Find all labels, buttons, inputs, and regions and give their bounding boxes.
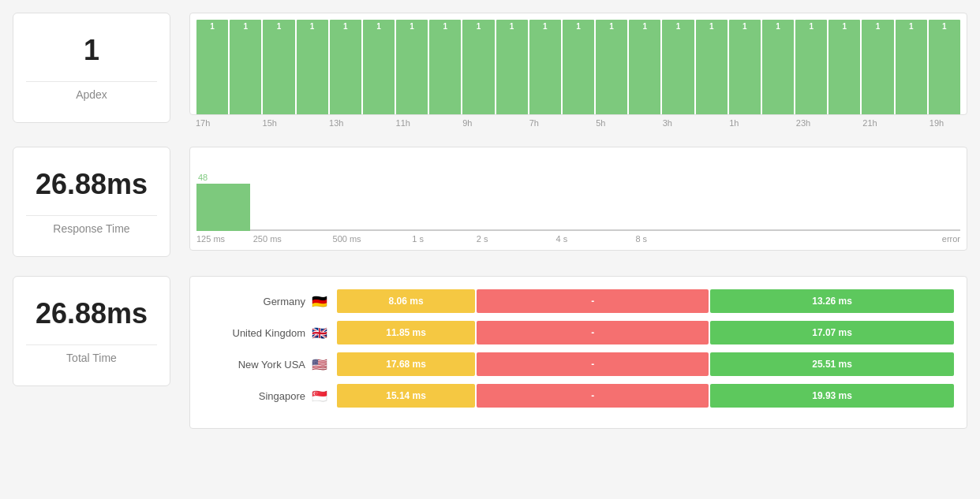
total-time-label: Total Time (66, 352, 117, 364)
region-chart-area: Germany🇩🇪8.06 ms-13.26 msUnited Kingdom🇬… (189, 276, 967, 429)
histogram-x-label: 500 ms (333, 234, 410, 244)
region-name: New York USA (203, 359, 305, 371)
apdex-bar-segment: 1 (662, 20, 694, 114)
region-yellow-bar: 17.68 ms (337, 352, 475, 376)
apdex-bar-col: 1 (297, 20, 328, 114)
apdex-x-tick (696, 118, 728, 128)
apdex-bar-col: 1 (929, 20, 960, 114)
apdex-bar-chart: 11111111111111111111111 (189, 13, 967, 115)
apdex-bar-segment: 1 (363, 20, 395, 114)
apdex-bar-value-label: 1 (942, 22, 947, 31)
apdex-bar-col: 1 (230, 20, 261, 114)
apdex-bar-col: 1 (829, 20, 860, 114)
region-yellow-bar: 8.06 ms (337, 289, 475, 313)
apdex-x-tick (829, 118, 861, 128)
apdex-x-tick: 17h (196, 118, 227, 128)
apdex-bar-value-label: 1 (643, 22, 648, 31)
apdex-x-tick: 1h (729, 118, 761, 128)
apdex-x-tick (229, 118, 260, 128)
apdex-bar-col: 1 (629, 20, 660, 114)
apdex-bar-col: 1 (363, 20, 395, 114)
apdex-bar-value-label: 1 (876, 22, 881, 31)
apdex-x-tick (563, 118, 594, 128)
region-bars-wrap: 8.06 ms-13.26 ms (337, 289, 954, 313)
apdex-x-tick: 15h (263, 118, 294, 128)
apdex-x-tick: 7h (529, 118, 561, 128)
apdex-bar-value-label: 1 (410, 22, 414, 31)
histogram-x-label: 250 ms (253, 234, 330, 244)
apdex-bar-segment: 1 (330, 20, 361, 114)
histogram-chart-area: 48 125 ms250 ms500 ms1 s2 s4 s8 serror (189, 147, 967, 251)
apdex-x-tick: 23h (796, 118, 828, 128)
apdex-bar-col: 1 (263, 20, 294, 114)
region-red-bar: - (477, 321, 709, 344)
apdex-bar-col: 1 (596, 20, 627, 114)
apdex-x-tick: 21h (862, 118, 894, 128)
response-time-label: Response Time (53, 222, 129, 235)
apdex-bar-col: 1 (563, 20, 594, 114)
apdex-bar-col: 1 (795, 20, 827, 114)
apdex-bar-segment: 1 (563, 20, 594, 114)
apdex-bar-col: 1 (862, 20, 893, 114)
region-green-bar: 19.93 ms (710, 384, 954, 408)
apdex-bar-col: 1 (196, 20, 228, 114)
apdex-bar-segment: 1 (196, 20, 228, 114)
apdex-bar-value-label: 1 (576, 22, 581, 31)
apdex-bar-segment: 1 (396, 20, 428, 114)
region-row: Germany🇩🇪8.06 ms-13.26 ms (203, 289, 954, 313)
apdex-bar-value-label: 1 (243, 22, 248, 31)
apdex-card: 1 Apdex (13, 13, 170, 123)
apdex-bar-value-label: 1 (609, 22, 614, 31)
region-green-bar: 25.51 ms (710, 352, 954, 376)
apdex-x-tick: 9h (462, 118, 494, 128)
region-green-bar: 17.07 ms (710, 321, 954, 344)
apdex-x-tick (496, 118, 527, 128)
apdex-bar-value-label: 1 (343, 22, 348, 31)
apdex-chart-area: 11111111111111111111111 17h15h13h11h9h7h… (189, 13, 967, 128)
total-time-value: 26.88ms (36, 298, 148, 330)
apdex-section: 1 Apdex 11111111111111111111111 17h15h13… (13, 13, 967, 128)
apdex-bar-segment: 1 (596, 20, 627, 114)
apdex-bar-segment: 1 (496, 20, 528, 114)
apdex-bar-value-label: 1 (376, 22, 381, 31)
apdex-bar-col: 1 (462, 20, 494, 114)
region-name: Singapore (203, 390, 305, 402)
apdex-bar-col: 1 (496, 20, 528, 114)
response-time-value: 26.88ms (36, 169, 148, 200)
region-green-bar: 13.26 ms (710, 289, 954, 313)
apdex-x-tick (429, 118, 461, 128)
apdex-value: 1 (84, 35, 99, 66)
apdex-x-axis: 17h15h13h11h9h7h5h3h1h23h21h19h (189, 115, 967, 128)
apdex-bar-segment: 1 (795, 20, 827, 114)
region-flag-icon: 🇩🇪 (312, 294, 331, 309)
apdex-bar-value-label: 1 (477, 22, 481, 31)
total-time-section: 26.88ms Total Time Germany🇩🇪8.06 ms-13.2… (13, 276, 967, 429)
apdex-x-tick (896, 118, 928, 128)
apdex-bar-segment: 1 (896, 20, 927, 114)
apdex-bar-value-label: 1 (909, 22, 914, 31)
region-bars-wrap: 11.85 ms-17.07 ms (337, 321, 954, 344)
region-yellow-bar: 11.85 ms (337, 321, 475, 344)
histogram-bar-count: 48 (196, 173, 208, 182)
region-yellow-bar: 15.14 ms (337, 384, 475, 408)
region-name: Germany (203, 296, 305, 307)
apdex-bar-value-label: 1 (742, 22, 747, 31)
total-time-card: 26.88ms Total Time (13, 276, 170, 386)
region-row: United Kingdom🇬🇧11.85 ms-17.07 ms (203, 321, 954, 344)
region-flag-icon: 🇸🇬 (312, 389, 331, 404)
region-flag-icon: 🇬🇧 (312, 326, 331, 341)
apdex-x-tick: 3h (663, 118, 694, 128)
apdex-bar-segment: 1 (862, 20, 893, 114)
apdex-x-tick: 5h (596, 118, 627, 128)
region-bars-wrap: 17.68 ms-25.51 ms (337, 352, 954, 376)
apdex-x-tick (296, 118, 327, 128)
apdex-bar-value-label: 1 (809, 22, 814, 31)
histogram-spacer (250, 229, 960, 231)
apdex-bar-col: 1 (662, 20, 694, 114)
apdex-bar-segment: 1 (696, 20, 728, 114)
region-bars-wrap: 15.14 ms-19.93 ms (337, 384, 954, 408)
region-flag-icon: 🇺🇸 (312, 357, 331, 372)
apdex-bar-segment: 1 (629, 20, 660, 114)
apdex-bar-segment: 1 (929, 20, 960, 114)
histogram-x-label: 8 s (635, 234, 712, 244)
